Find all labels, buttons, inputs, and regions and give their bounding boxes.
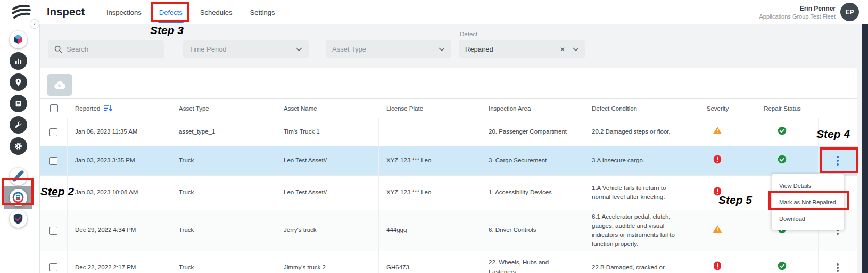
app-sidebar: [0, 24, 40, 273]
sidebar-item-bar-chart[interactable]: [0, 50, 36, 71]
col-header-repair-status[interactable]: Repair Status: [746, 99, 819, 118]
sidebar-item-list[interactable]: [0, 93, 36, 114]
bar-chart-icon: [10, 52, 27, 70]
row-checkbox[interactable]: [49, 189, 57, 197]
table-row[interactable]: Dec 22, 2022 2:17 PM Truck Jimmy's truck…: [40, 251, 857, 273]
cell-asset-name: Jimmy's truck 2: [276, 251, 379, 273]
chevron-down-icon: [439, 47, 445, 52]
chevron-down-icon: [573, 47, 579, 52]
cube-logo-icon: [10, 31, 27, 48]
tab-defects[interactable]: Defects: [159, 0, 183, 24]
table-row[interactable]: Jan 03, 2023 3:35 PM Truck Leo Test Asse…: [40, 146, 857, 176]
cell-inspection-area: 22. Wheels, Hubs and Fasteners: [481, 251, 584, 273]
critical-exclamation-icon: [713, 187, 722, 198]
cell-asset-type: Truck: [171, 176, 276, 210]
cell-asset-name: Leo Test Asset//: [276, 146, 379, 175]
table-row[interactable]: Dec 29, 2022 4:34 PM Truck Jerry's truck…: [40, 210, 857, 251]
warning-triangle-icon: [713, 126, 722, 137]
cell-defect-condition: 20.2 Damaged steps or floor.: [584, 118, 689, 146]
annotation-label-step3: Step 3: [150, 24, 184, 37]
sidebar-item-cube-logo[interactable]: [0, 29, 36, 50]
row-checkbox[interactable]: [49, 157, 57, 165]
sidebar-item-road[interactable]: [0, 166, 36, 187]
cell-asset-name: Tim's Truck 1: [276, 118, 379, 146]
defect-filter-value: Repaired: [465, 45, 493, 53]
row-actions-kebab-icon[interactable]: [837, 160, 839, 162]
search-input-wrap: [48, 40, 164, 58]
menu-item-download[interactable]: Download: [772, 210, 844, 227]
sidebar-item-inspect-truck[interactable]: [0, 187, 36, 208]
table-row[interactable]: Jan 03, 2023 10:08 AM Truck Leo Test Ass…: [40, 176, 857, 210]
cell-reported: Dec 22, 2022 2:17 PM: [68, 251, 171, 273]
cell-inspection-area: 3. Cargo Securement: [481, 146, 584, 175]
cell-defect-condition: 1.A Vehicle fails to return to normal le…: [584, 176, 689, 210]
clear-filter-x-icon[interactable]: ✕: [560, 46, 565, 53]
cell-license-plate: XYZ-123 *** Leo: [379, 146, 481, 175]
col-header-inspection-area[interactable]: Inspection Area: [481, 99, 584, 118]
tab-inspections[interactable]: Inspections: [106, 0, 142, 24]
col-header-license-plate[interactable]: License Plate: [379, 99, 481, 118]
critical-exclamation-icon: [713, 155, 722, 167]
repair-status-repaired-icon: [778, 126, 787, 138]
row-checkbox[interactable]: [49, 227, 57, 235]
cell-license-plate: 444ggg: [379, 210, 481, 251]
search-input[interactable]: [67, 45, 152, 53]
user-org: Applications Group Test Fleet: [759, 13, 836, 20]
col-header-defect-condition[interactable]: Defect Condition: [584, 99, 689, 118]
cell-inspection-area: 20. Passenger Compartment: [481, 118, 584, 146]
select-all-checkbox[interactable]: [50, 104, 58, 112]
road-icon: [10, 168, 27, 185]
cell-license-plate: GH6473: [379, 251, 481, 273]
list-icon: [10, 95, 27, 112]
tab-bar: InspectionsDefectsSchedulesSettings: [106, 0, 275, 24]
avatar[interactable]: EP: [840, 3, 859, 21]
sidebar-item-gear[interactable]: [0, 135, 36, 156]
col-header-severity[interactable]: Severity: [689, 99, 746, 118]
defect-filter[interactable]: Repaired ✕: [459, 40, 585, 58]
cell-asset-type: Truck: [171, 251, 276, 273]
inspect-truck-icon: [10, 189, 27, 206]
tab-settings[interactable]: Settings: [250, 0, 275, 24]
sidebar-item-wrench[interactable]: [0, 114, 36, 135]
sidebar-divider: [5, 161, 31, 161]
cell-asset-type: Truck: [171, 146, 276, 175]
sidebar-item-location-pin[interactable]: [0, 71, 36, 93]
repair-status-repaired-icon: [778, 155, 787, 167]
sidebar-item-shield-check[interactable]: [0, 208, 36, 229]
time-period-filter[interactable]: Time Period: [183, 40, 309, 58]
col-header-asset-name[interactable]: Asset Name: [276, 99, 379, 118]
row-checkbox[interactable]: [49, 128, 57, 136]
sort-descending-icon[interactable]: [104, 105, 113, 112]
critical-exclamation-icon: [713, 261, 722, 273]
col-header-reported[interactable]: Reported: [68, 99, 171, 118]
user-menu[interactable]: Erin Penner Applications Group Test Flee…: [759, 3, 859, 21]
row-actions-kebab-icon[interactable]: [837, 267, 839, 269]
asset-type-filter[interactable]: Asset Type: [326, 40, 451, 58]
cloud-download-icon: [54, 80, 65, 89]
tab-schedules[interactable]: Schedules: [200, 0, 233, 24]
cell-asset-type: Truck: [171, 210, 276, 251]
cell-license-plate: XYZ-123 *** Leo: [379, 176, 481, 210]
table-row[interactable]: Jan 06, 2023 11:35 AM asset_type_1 Tim's…: [40, 118, 857, 146]
table-body: Jan 06, 2023 11:35 AM asset_type_1 Tim's…: [40, 118, 857, 273]
cell-inspection-area: 6. Driver Controls: [481, 210, 584, 251]
menu-item-mark-as-not-repaired[interactable]: Mark as Not Repaired: [772, 194, 844, 210]
cell-defect-condition: 6.1 Accelerator pedal, clutch, gauges, a…: [584, 210, 689, 251]
col-header-asset-type[interactable]: Asset Type: [171, 99, 276, 118]
page-title: Inspect: [47, 6, 85, 18]
defects-table: Reported Asset Type Asset Name License P…: [40, 98, 857, 273]
shield-check-icon: [10, 210, 27, 228]
cell-reported: Jan 06, 2023 11:35 AM: [68, 118, 171, 146]
user-name: Erin Penner: [759, 5, 836, 12]
download-table-button[interactable]: [47, 74, 72, 96]
company-logo-icon[interactable]: [11, 4, 32, 20]
menu-item-view-details[interactable]: View Details: [772, 177, 844, 194]
right-edge-bar: [862, 24, 868, 273]
location-pin-icon: [10, 73, 27, 91]
cell-asset-name: Leo Test Asset//: [276, 176, 379, 210]
defects-table-panel: Reported Asset Type Asset Name License P…: [40, 68, 857, 273]
warning-triangle-icon: [713, 225, 722, 236]
row-checkbox[interactable]: [49, 263, 57, 271]
sidebar-expand-chevron-icon[interactable]: ›: [30, 19, 39, 29]
cell-defect-condition: 3.A Insecure cargo.: [584, 146, 689, 175]
